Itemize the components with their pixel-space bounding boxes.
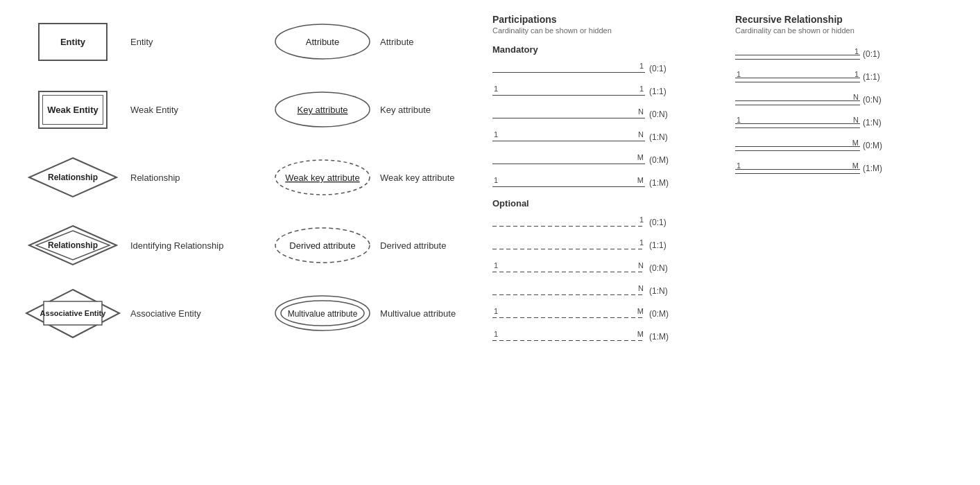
entity-shape-container: Entity: [21, 23, 125, 61]
attribute-ellipse-svg: Attribute: [274, 23, 371, 61]
num-right: N: [853, 116, 859, 124]
participations-panel: Participations Cardinality can be shown …: [492, 14, 714, 471]
identifying-relationship-row: Relationship Identifying Relationship: [21, 218, 257, 273]
relationship-diamond: Relationship: [28, 157, 118, 198]
optional-row-0: 1 (0:1): [492, 213, 714, 232]
num-right: N: [638, 107, 644, 116]
num-left: 1: [494, 85, 498, 93]
num-right: 1: [854, 47, 859, 55]
num-left: 1: [737, 161, 741, 170]
derived-attribute-row: Derived attribute Derived attribute: [270, 218, 485, 273]
mandatory-row-1: 1 1 (1:1): [492, 82, 714, 101]
line-bottom: [735, 59, 860, 60]
num-left: 1: [737, 116, 741, 124]
svg-text:Key attribute: Key attribute: [298, 105, 348, 115]
identifying-relationship-shape-container: Relationship: [21, 224, 125, 266]
mandatory-line-1: 1 1: [492, 82, 645, 101]
num-right: 1: [639, 215, 644, 224]
mandatory-row-3: 1 N (1:N): [492, 127, 714, 147]
num-right: 1: [639, 85, 644, 93]
num-left: 1: [494, 176, 498, 184]
num-right: M: [852, 139, 859, 147]
recursive-line-2: N: [735, 90, 860, 109]
cardinality-2: (0:N): [860, 95, 898, 105]
entity-box: Entity: [38, 23, 108, 61]
weak-entity-box: Weak Entity: [38, 91, 108, 129]
attribute-shape-container: Attribute: [270, 23, 375, 61]
cardinality-1: (1:1): [645, 240, 687, 250]
line-top: [735, 100, 860, 102]
entity-label: Entity: [125, 37, 250, 47]
identifying-relationship-diamond-label: Relationship: [48, 240, 98, 250]
weak-key-attribute-label: Weak key attribute: [375, 173, 485, 183]
recursive-row-3: 1 N (1:N): [735, 113, 929, 132]
left-panel: Entity Entity Weak Entity Weak Entity: [21, 14, 257, 471]
mandatory-line-0: 1: [492, 59, 645, 78]
line: [492, 317, 645, 319]
associative-entity-row: Associative Entity Associative Entity: [21, 285, 257, 341]
key-attribute-label: Key attribute: [375, 105, 485, 115]
mandatory-row-5: 1 M (1:M): [492, 173, 714, 193]
line-top: [735, 146, 860, 148]
cardinality-2: (0:N): [645, 263, 687, 273]
cardinality-3: (1:N): [645, 286, 687, 296]
key-attribute-shape-container: Key attribute: [270, 91, 375, 129]
num-right: M: [637, 330, 644, 338]
recursive-title: Recursive Relationship: [735, 14, 929, 25]
relationship-diamond-label: Relationship: [48, 173, 98, 182]
associative-entity-shape-container: Associative Entity: [21, 288, 125, 340]
mandatory-line-3: 1 N: [492, 127, 645, 147]
num-left: 1: [494, 307, 498, 315]
page: Entity Entity Weak Entity Weak Entity: [0, 0, 980, 485]
cardinality-0: (0:1): [645, 218, 687, 227]
mandatory-row-0: 1 (0:1): [492, 59, 714, 78]
associative-entity-shape: Associative Entity: [24, 288, 121, 340]
cardinality-5: (1:M): [645, 332, 687, 342]
line: [492, 72, 645, 73]
svg-text:Multivalue attribute: Multivalue attribute: [288, 309, 358, 319]
line: [492, 186, 645, 188]
optional-line-3: N: [492, 281, 645, 301]
line-bottom: [735, 173, 860, 175]
num-left: 1: [737, 70, 741, 78]
num-right: N: [853, 93, 859, 101]
optional-line-4: 1 M: [492, 304, 645, 324]
right-panels: Participations Cardinality can be shown …: [485, 14, 959, 471]
line: [492, 272, 645, 273]
line-top: [735, 55, 860, 56]
mandatory-row-4: M (0:M): [492, 150, 714, 170]
recursive-line-4: M: [735, 136, 860, 155]
recursive-panel: Recursive Relationship Cardinality can b…: [735, 14, 929, 471]
key-attribute-row: Key attribute Key attribute: [270, 82, 485, 137]
line-bottom: [735, 127, 860, 129]
weak-key-attribute-shape-container: Weak key attribute: [270, 159, 375, 197]
num-right: N: [638, 261, 644, 270]
entity-box-label: Entity: [60, 37, 85, 47]
mid-panel: Attribute Attribute Key attribute Key at…: [257, 14, 485, 471]
line: [492, 141, 645, 142]
num-left: 1: [494, 330, 498, 338]
multivalue-attribute-row: Multivalue attribute Multivalue attribut…: [270, 285, 485, 341]
relationship-row: Relationship Relationship: [21, 150, 257, 205]
multivalue-attribute-label: Multivalue attribute: [375, 308, 485, 319]
multivalue-attribute-ellipse-svg: Multivalue attribute: [274, 294, 371, 333]
cardinality-1: (1:1): [860, 72, 898, 82]
cardinality-0: (0:1): [645, 64, 687, 73]
recursive-line-1: 1 1: [735, 67, 860, 87]
optional-row-3: N (1:N): [492, 281, 714, 301]
weak-key-attribute-row: Weak key attribute Weak key attribute: [270, 150, 485, 205]
num-right: 1: [639, 62, 644, 70]
recursive-subtitle: Cardinality can be shown or hidden: [735, 26, 929, 35]
mandatory-line-4: M: [492, 150, 645, 170]
weak-entity-shape-container: Weak Entity: [21, 91, 125, 129]
optional-section-title: Optional: [492, 198, 714, 209]
associative-entity-shape-label: Associative Entity: [40, 308, 106, 318]
num-left: 1: [494, 261, 498, 270]
num-right: 1: [854, 70, 859, 78]
mandatory-line-5: 1 M: [492, 173, 645, 193]
line: [492, 340, 645, 342]
num-right: M: [637, 176, 644, 184]
mandatory-row-2: N (0:N): [492, 105, 714, 124]
line: [492, 294, 645, 296]
cardinality-1: (1:1): [645, 87, 687, 96]
